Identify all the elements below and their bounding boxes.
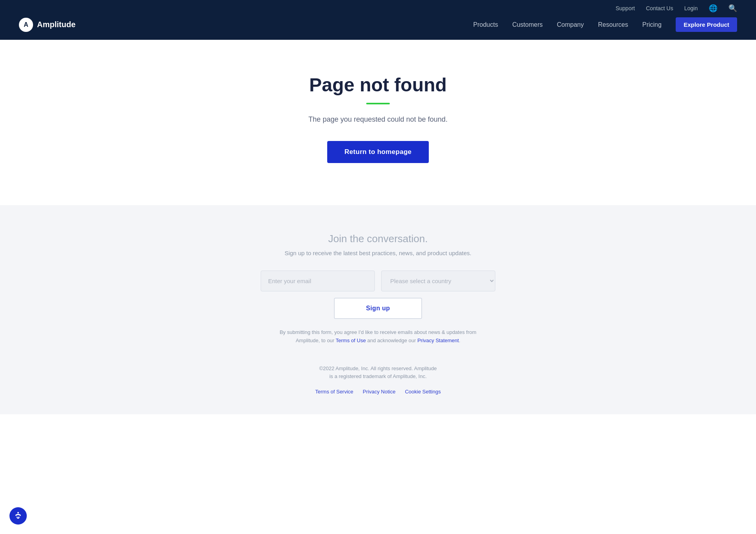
footer-links: Terms of Service Privacy Notice Cookie S… <box>8 389 748 395</box>
privacy-statement-link[interactable]: Privacy Statement <box>417 337 459 343</box>
top-bar: Support Contact Us Login 🌐 🔍 <box>0 0 756 13</box>
country-select[interactable]: Please select a country United States Un… <box>381 271 495 291</box>
nav-pricing[interactable]: Pricing <box>642 21 662 28</box>
logo-text: Amplitude <box>37 20 76 29</box>
search-icon[interactable]: 🔍 <box>728 4 737 13</box>
nav-resources[interactable]: Resources <box>598 21 628 28</box>
nav-company[interactable]: Company <box>557 21 584 28</box>
explore-product-button[interactable]: Explore Product <box>676 17 737 32</box>
disclaimer-text-3: . <box>459 337 460 343</box>
login-link[interactable]: Login <box>684 5 698 11</box>
footer-terms[interactable]: Terms of Service <box>315 389 354 395</box>
main-content: Page not found The page you requested co… <box>0 40 756 205</box>
footer-cookies[interactable]: Cookie Settings <box>405 389 441 395</box>
navbar-wrapper: Support Contact Us Login 🌐 🔍 A Amplitude… <box>0 0 756 40</box>
contact-us-link[interactable]: Contact Us <box>646 5 673 11</box>
footer-section: Join the conversation. Sign up to receiv… <box>0 205 756 414</box>
email-input[interactable] <box>261 271 375 291</box>
join-title: Join the conversation. <box>8 233 748 245</box>
footer-privacy[interactable]: Privacy Notice <box>363 389 395 395</box>
form-disclaimer: By submitting this form, you agree I'd l… <box>268 328 488 345</box>
terms-of-use-link[interactable]: Terms of Use <box>336 337 366 343</box>
green-divider <box>366 103 390 104</box>
nav-customers[interactable]: Customers <box>512 21 543 28</box>
disclaimer-text-2: and acknowledge our <box>366 337 417 343</box>
copyright: ©2022 Amplitude, Inc. All rights reserve… <box>8 365 748 381</box>
support-link[interactable]: Support <box>615 5 635 11</box>
nav-links: Products Customers Company Resources Pri… <box>473 17 737 32</box>
join-subtitle: Sign up to receive the latest best pract… <box>8 250 748 256</box>
page-title: Page not found <box>309 74 447 96</box>
form-row: Please select a country United States Un… <box>8 271 748 291</box>
nav-products[interactable]: Products <box>473 21 498 28</box>
page-subtitle: The page you requested could not be foun… <box>308 115 447 124</box>
signup-button[interactable]: Sign up <box>334 298 422 319</box>
logo[interactable]: A Amplitude <box>19 18 76 32</box>
main-nav: A Amplitude Products Customers Company R… <box>0 13 756 40</box>
globe-icon[interactable]: 🌐 <box>709 4 717 13</box>
logo-icon: A <box>19 18 33 32</box>
return-homepage-button[interactable]: Return to homepage <box>327 141 429 163</box>
